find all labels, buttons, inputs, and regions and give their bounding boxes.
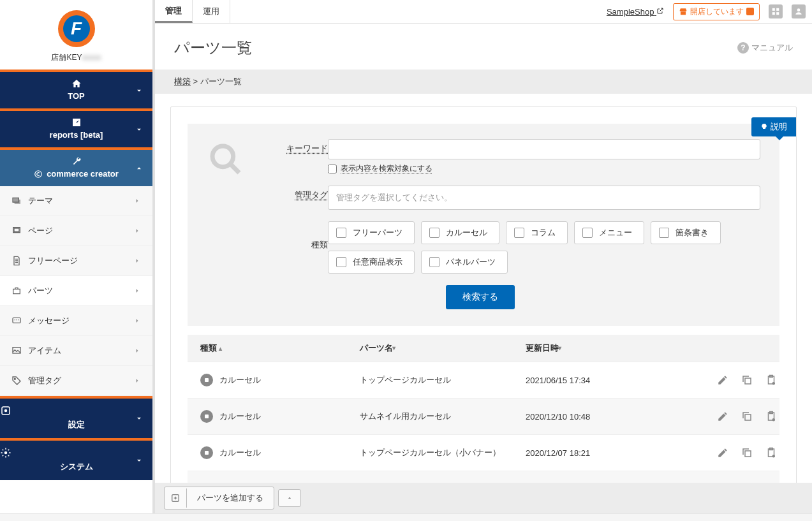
- include-content-label[interactable]: 表示内容を検索対象にする: [341, 163, 432, 174]
- svg-rect-10: [772, 8, 775, 11]
- type-chip-column[interactable]: コラム: [506, 221, 568, 244]
- breadcrumb-current: パーツ一覧: [200, 77, 242, 86]
- type-chip-free-label: フリーパーツ: [353, 227, 402, 238]
- store-icon: [679, 7, 688, 16]
- svg-rect-17: [745, 378, 751, 384]
- page-title: パーツ一覧: [174, 38, 252, 58]
- row-name: トップページカルーセル: [360, 374, 526, 386]
- table-row[interactable]: カルーセル トップページカルーセル 2021/06/15 17:34: [188, 362, 779, 398]
- type-chip-bullet[interactable]: 箇条書き: [651, 221, 721, 244]
- shop-link[interactable]: SampleShop: [607, 7, 664, 17]
- search-icon-cell: [200, 139, 251, 177]
- chevron-right-icon: [133, 227, 141, 235]
- logo-letter: F: [63, 15, 90, 42]
- nav-sub-parts[interactable]: パーツ: [0, 276, 152, 306]
- type-chip-carousel[interactable]: カルーセル: [421, 221, 499, 244]
- edit-button[interactable]: [717, 447, 728, 459]
- svg-rect-4: [13, 318, 20, 323]
- search-button[interactable]: 検索する: [446, 285, 515, 309]
- tag-select[interactable]: 管理タグを選択してください。: [328, 186, 760, 210]
- horizontal-scrollbar[interactable]: [0, 513, 812, 521]
- nav-system[interactable]: システム: [0, 438, 152, 480]
- app-logo: F: [58, 10, 95, 47]
- user-menu-button[interactable]: [792, 4, 806, 18]
- include-content-checkbox[interactable]: [328, 165, 337, 173]
- add-parts-button[interactable]: パーツを追加する: [164, 487, 274, 510]
- type-chip-carousel-label: カルーセル: [446, 227, 487, 238]
- keyword-input[interactable]: [328, 139, 760, 159]
- edit-button[interactable]: [717, 374, 728, 386]
- type-chip-panel[interactable]: パネルパーツ: [421, 251, 508, 274]
- svg-rect-3: [14, 228, 19, 231]
- clipboard-button[interactable]: [765, 447, 777, 459]
- table-row[interactable]: カルーセル サムネイル用カルーセル 2020/12/10 10:48: [188, 398, 779, 434]
- type-chip-free[interactable]: フリーパーツ: [328, 221, 415, 244]
- nav-sub-theme[interactable]: テーマ: [0, 186, 152, 216]
- nav-sub-tag[interactable]: 管理タグ: [0, 366, 152, 396]
- checkbox-icon: [429, 228, 439, 238]
- checkbox-icon: [336, 257, 346, 267]
- cog-icon: [0, 447, 152, 459]
- type-chip-anyitem[interactable]: 任意商品表示: [328, 251, 415, 274]
- chevron-up-icon: [135, 164, 144, 173]
- tab-admin[interactable]: 管理: [155, 0, 193, 23]
- bottom-toolbar: パーツを追加する: [155, 483, 812, 513]
- svg-rect-12: [772, 12, 775, 15]
- nav-reports[interactable]: reports [beta]: [0, 108, 152, 147]
- svg-point-20: [772, 382, 776, 385]
- svg-point-9: [4, 451, 8, 455]
- add-parts-dropdown[interactable]: [278, 489, 301, 507]
- open-status-badge[interactable]: 開店しています: [673, 3, 760, 20]
- clipboard-button[interactable]: [765, 411, 777, 422]
- main: 管理 運用 SampleShop 開店しています パーツ一覧 ?マニュアル 構築…: [155, 0, 812, 513]
- main-panel: 説明 キーワード 表示内容を検索対象にする: [170, 106, 797, 508]
- tag-label: 管理タグ: [251, 186, 328, 201]
- nav-sub-freepage[interactable]: フリーページ: [0, 246, 152, 276]
- copy-button[interactable]: [741, 411, 753, 422]
- type-label: 種類: [251, 221, 328, 251]
- copy-button[interactable]: [741, 447, 753, 459]
- svg-point-15: [212, 146, 233, 167]
- logo-block: F: [0, 0, 152, 52]
- nav-sub-page[interactable]: ページ: [0, 216, 152, 246]
- apps-grid-button[interactable]: [769, 4, 783, 18]
- explain-toggle[interactable]: 説明: [751, 117, 796, 136]
- nav-sub-item[interactable]: アイテム: [0, 336, 152, 366]
- svg-point-8: [4, 409, 8, 413]
- table-row[interactable]: カルーセル トップページカルーセル（小バナー） 2020/12/07 18:21: [188, 434, 779, 471]
- edit-button[interactable]: [717, 411, 728, 422]
- chart-icon: [71, 117, 82, 128]
- col-type[interactable]: 種類: [200, 342, 360, 354]
- checkbox-icon: [336, 228, 346, 238]
- nav-major: TOP reports [beta] commerce creator: [0, 70, 152, 186]
- checkbox-icon: [582, 228, 593, 238]
- svg-rect-13: [776, 12, 779, 15]
- status-indicator-icon: [746, 8, 754, 15]
- svg-point-30: [772, 455, 776, 458]
- external-link-icon: [656, 7, 664, 15]
- nav-reports-label: reports [beta]: [50, 130, 103, 140]
- row-updated: 2020/12/10 10:48: [526, 412, 717, 422]
- nav-settings[interactable]: 設定: [0, 396, 152, 438]
- breadcrumb-root[interactable]: 構築: [174, 77, 191, 86]
- explain-label: 説明: [771, 121, 787, 133]
- nav-sub-message[interactable]: メッセージ: [0, 306, 152, 336]
- type-chip-anyitem-label: 任意商品表示: [353, 256, 402, 268]
- chevron-right-icon: [133, 347, 141, 355]
- svg-rect-16: [205, 378, 209, 382]
- briefcase-icon: [11, 286, 22, 296]
- col-updated[interactable]: 更新日時: [526, 342, 717, 354]
- type-filter-group: フリーパーツ カルーセル コラム メニュー 箇条書き 任意商品表示 パネルパーツ: [328, 221, 760, 274]
- col-name[interactable]: パーツ名: [360, 342, 526, 354]
- nav-top[interactable]: TOP: [0, 70, 152, 108]
- manual-link[interactable]: ?マニュアル: [737, 42, 793, 54]
- shop-key: 店舗KEYxxxxx: [0, 52, 152, 70]
- chevron-right-icon: [133, 377, 141, 385]
- copy-button[interactable]: [741, 374, 753, 386]
- nav-commerce-creator[interactable]: commerce creator: [0, 147, 152, 186]
- clipboard-button[interactable]: [765, 374, 777, 386]
- checkbox-icon: [514, 228, 524, 238]
- nav-sub-page-label: ページ: [28, 225, 53, 237]
- type-chip-menu[interactable]: メニュー: [574, 221, 644, 244]
- tab-ops[interactable]: 運用: [193, 0, 230, 23]
